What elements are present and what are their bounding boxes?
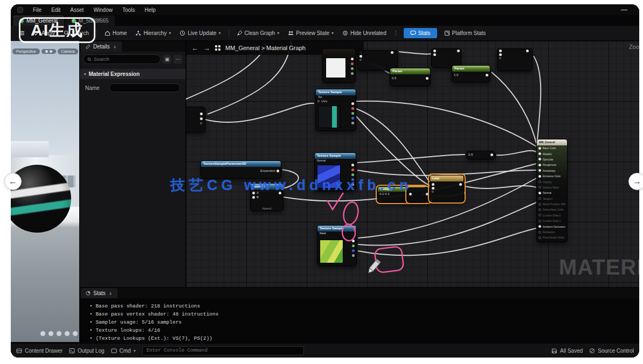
menu-item[interactable]: Help (144, 7, 156, 13)
chevron-down-icon: ▾ (219, 31, 221, 36)
output-log-button[interactable]: Output Log (69, 348, 104, 354)
display-options-icon[interactable]: ▣ (163, 55, 171, 64)
menu-item[interactable]: File (33, 7, 42, 13)
pin-icon[interactable] (113, 45, 117, 49)
clean-graph-dropdown[interactable]: Clean Graph▾ (233, 28, 284, 38)
pencil-cursor-icon (367, 259, 381, 275)
details-tab-bar: Details (80, 41, 185, 52)
menu-bar: FileEditAssetWindowToolsHelp — (11, 4, 639, 15)
chevron-down-icon: ▾ (169, 31, 171, 36)
cmd-icon (111, 348, 117, 354)
annotation-layer (186, 41, 639, 287)
saved-icon (551, 348, 557, 354)
toolbar: Apply Search Home Hierarchy▾ Live Update… (11, 26, 639, 41)
console-command-input[interactable] (142, 346, 304, 355)
view-options-pill[interactable] (42, 49, 56, 54)
hide-unrelated-button[interactable]: Hide Unrelated (338, 28, 390, 38)
camera-pill[interactable]: Camera (58, 48, 79, 54)
stats-line: Sampler usage: 5/16 samplers (89, 319, 636, 325)
live-update-dropdown[interactable]: Live Update▾ (176, 28, 224, 38)
menu-item[interactable]: Window (93, 7, 113, 13)
name-field-input[interactable] (109, 83, 180, 92)
drawer-icon (16, 348, 22, 354)
no-source-control-icon (589, 348, 595, 354)
preview-sphere-button[interactable] (48, 331, 54, 337)
stats-toggle-button[interactable]: Stats (404, 28, 437, 38)
preview-viewport[interactable]: Perspective Camera (11, 41, 80, 342)
carousel-prev-button[interactable]: ← (4, 173, 22, 190)
site-watermark: 技艺CG www.ddnxxfb.cn (170, 176, 412, 195)
stats-tab-bar: Stats (80, 288, 639, 298)
tab-stats[interactable]: Stats (81, 288, 117, 298)
view-icon (45, 50, 48, 53)
material-graph-canvas[interactable]: ← → MM_General > Material Graph Zoom MAT… (186, 41, 639, 287)
preview-cylinder-button[interactable] (40, 331, 46, 337)
details-search-input[interactable] (94, 57, 156, 62)
search-icon (87, 57, 92, 62)
ai-generated-watermark: AI生成 (19, 17, 95, 43)
name-field-row: Name (80, 79, 185, 96)
settings-dots-icon[interactable]: ⋯ (174, 55, 182, 64)
page: FileEditAssetWindowToolsHelp — MM_Genera… (0, 0, 643, 364)
stats-panel: Stats Base pass shader: 218 instructions… (80, 287, 639, 343)
hierarchy-dropdown[interactable]: Hierarchy▾ (132, 28, 175, 38)
pencil-icon (86, 44, 91, 49)
toolbar-separator (96, 29, 97, 38)
preview-plane-button[interactable] (56, 331, 62, 337)
menu-container: FileEditAssetWindowToolsHelp (33, 7, 156, 13)
box-annotation (375, 246, 404, 273)
stats-line: Base pass shader: 218 instructions (89, 303, 636, 309)
asset-tab-bar: MM_General M_5d08f665 (11, 15, 639, 26)
overflow-dots-icon[interactable]: ⋮ (391, 30, 400, 37)
preview-mesh-button[interactable] (72, 331, 78, 337)
section-material-expression[interactable]: ▾ Material Expression (80, 69, 185, 79)
stats-line: Texture lookups: 4/16 (89, 327, 636, 333)
name-field-label: Name (85, 85, 105, 91)
log-icon (69, 348, 75, 354)
home-button[interactable]: Home (101, 28, 131, 38)
app-logo-icon (17, 7, 23, 13)
source-control-button[interactable]: Source Control (589, 348, 634, 354)
circle-annotation (342, 201, 360, 226)
preview-cube-button[interactable] (64, 331, 70, 337)
preview-mesh-buttons (40, 331, 78, 337)
menu-item[interactable]: Tools (122, 7, 135, 13)
minimize-button[interactable]: — (621, 6, 633, 13)
viewport-overlay-controls: Perspective Camera (12, 48, 78, 54)
stats-icon (86, 291, 91, 296)
chevron-down-icon: ▾ (331, 31, 334, 36)
chevron-down-icon: ▾ (134, 348, 136, 353)
stats-lines: Base pass shader: 218 instructionsBase p… (80, 298, 639, 341)
checkmark-annotation (327, 193, 343, 209)
status-bar: Content Drawer Output Log Cmd▾ All Saved… (11, 343, 639, 358)
carousel-next-button[interactable]: → (628, 173, 643, 190)
unreal-material-editor-window: FileEditAssetWindowToolsHelp — MM_Genera… (11, 4, 639, 358)
chevron-down-icon: ▾ (277, 31, 279, 36)
stats-line: (Texture Lookups (Est.): VS(7), PS(2)) (89, 335, 636, 341)
perspective-pill[interactable]: Perspective (12, 48, 40, 54)
expand-caret-icon: ▾ (84, 72, 86, 76)
preview-state-dropdown[interactable]: Preview State▾ (284, 28, 337, 38)
details-search-row: ▣ ⋯ (80, 52, 185, 67)
cmd-dropdown[interactable]: Cmd▾ (111, 348, 136, 354)
stats-line: Base pass vertex shader: 48 instructions (89, 311, 636, 317)
platform-stats-button[interactable]: Platform Stats (440, 28, 490, 38)
details-panel: Details ▣ ⋯ ▾ Material Expression Name (80, 41, 186, 287)
pin-icon[interactable] (108, 291, 113, 296)
details-search-box[interactable] (83, 54, 161, 64)
menu-item[interactable]: Asset (70, 7, 84, 13)
view-icon (50, 50, 52, 53)
content-drawer-button[interactable]: Content Drawer (16, 348, 63, 354)
toolbar-separator (229, 29, 229, 38)
all-saved-indicator[interactable]: All Saved (551, 348, 583, 354)
circle-annotation (342, 224, 356, 241)
menu-item[interactable]: Edit (51, 7, 60, 13)
